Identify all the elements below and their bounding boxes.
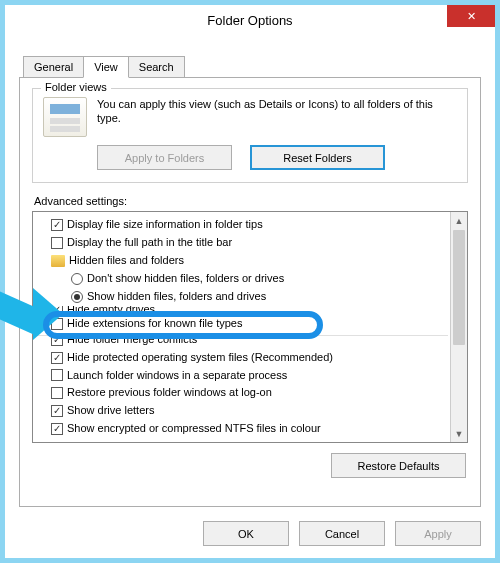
cancel-button[interactable]: Cancel (299, 521, 385, 546)
tab-strip: General View Search (23, 56, 495, 78)
checkbox[interactable] (51, 352, 63, 364)
ok-button[interactable]: OK (203, 521, 289, 546)
apply-button: Apply (395, 521, 481, 546)
item-label: Show hidden files, folders and drives (87, 289, 266, 305)
checkbox[interactable] (51, 318, 63, 330)
list-item[interactable]: Hide folder merge conflicts (35, 331, 448, 349)
item-label: Display file size information in folder … (67, 217, 263, 233)
tab-view[interactable]: View (83, 56, 129, 78)
checkbox[interactable] (51, 423, 63, 435)
list-item[interactable]: Show drive letters (35, 402, 448, 420)
scroll-down-button[interactable]: ▼ (451, 425, 467, 442)
item-label: Hidden files and folders (69, 253, 184, 269)
list-item[interactable]: Show encrypted or compressed NTFS files … (35, 420, 448, 438)
scroll-up-button[interactable]: ▲ (451, 212, 467, 229)
scroll-thumb[interactable] (453, 230, 465, 345)
checkbox[interactable] (51, 369, 63, 381)
item-label: Don't show hidden files, folders or driv… (87, 271, 284, 287)
titlebar: Folder Options ✕ (5, 5, 495, 35)
scroll-track[interactable] (451, 346, 467, 425)
item-label: Launch folder windows in a separate proc… (67, 368, 287, 384)
checkbox[interactable] (51, 306, 63, 315)
folder-views-title: Folder views (41, 81, 111, 93)
annotation-arrow (0, 296, 37, 324)
list-item[interactable]: Display file size information in folder … (35, 216, 448, 234)
folder-icon (51, 255, 65, 267)
list-item: Hidden files and folders (35, 252, 448, 270)
folder-views-group: Folder views You can apply this view (su… (32, 88, 468, 183)
folder-options-window: Folder Options ✕ General View Search Fol… (5, 5, 495, 558)
tab-general[interactable]: General (23, 56, 84, 78)
list-item[interactable]: Show hidden files, folders and drives (35, 288, 448, 306)
list-item[interactable]: Launch folder windows in a separate proc… (35, 367, 448, 385)
radio[interactable] (71, 291, 83, 303)
window-title: Folder Options (207, 13, 292, 28)
dialog-footer: OK Cancel Apply (5, 515, 495, 558)
item-label: Hide protected operating system files (R… (67, 350, 333, 366)
list-item[interactable]: Restore previous folder windows at log-o… (35, 384, 448, 402)
list-item[interactable]: Hide empty drives (35, 306, 448, 315)
list-item[interactable]: Don't show hidden files, folders or driv… (35, 270, 448, 288)
item-label: Hide folder merge conflicts (67, 332, 197, 348)
tab-panel-view: Folder views You can apply this view (su… (19, 77, 481, 507)
checkbox[interactable] (51, 219, 63, 231)
advanced-settings-list: Display file size information in folder … (32, 211, 468, 443)
close-button[interactable]: ✕ (447, 5, 495, 27)
list-item[interactable]: Hide protected operating system files (R… (35, 349, 448, 367)
tab-search[interactable]: Search (128, 56, 185, 78)
reset-folders-button[interactable]: Reset Folders (250, 145, 385, 170)
folder-views-text: You can apply this view (such as Details… (97, 97, 457, 126)
scrollbar[interactable]: ▲ ▼ (450, 212, 467, 442)
apply-to-folders-button: Apply to Folders (97, 145, 232, 170)
checkbox[interactable] (51, 237, 63, 249)
item-label: Hide empty drives (67, 306, 155, 315)
item-label: Display the full path in the title bar (67, 235, 232, 251)
checkbox[interactable] (51, 387, 63, 399)
item-label: Show encrypted or compressed NTFS files … (67, 421, 321, 437)
checkbox[interactable] (51, 405, 63, 417)
close-icon: ✕ (467, 10, 476, 23)
item-label: Restore previous folder windows at log-o… (67, 385, 272, 401)
item-label: Hide extensions for known file types (67, 316, 242, 332)
list-item[interactable]: Display the full path in the title bar (35, 234, 448, 252)
advanced-settings-items[interactable]: Display file size information in folder … (33, 212, 450, 442)
checkbox[interactable] (51, 334, 63, 346)
restore-defaults-button[interactable]: Restore Defaults (331, 453, 466, 478)
radio[interactable] (71, 273, 83, 285)
folder-views-icon (43, 97, 87, 137)
advanced-settings-label: Advanced settings: (34, 195, 468, 207)
item-label: Show drive letters (67, 403, 154, 419)
